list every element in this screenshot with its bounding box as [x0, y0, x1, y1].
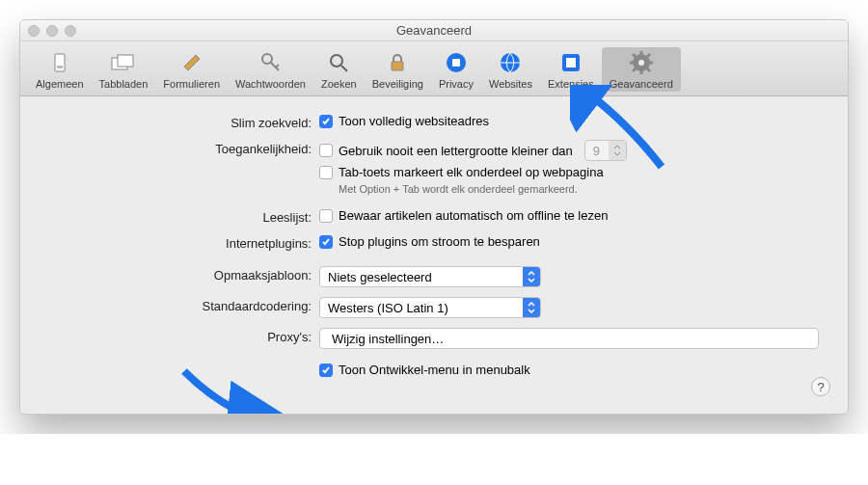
svg-line-8 — [341, 66, 347, 71]
checkbox-icon — [319, 144, 333, 157]
privacy-icon — [443, 49, 470, 76]
checkbox-gebruik-nooit[interactable]: Gebruik nooit een lettergrootte kleiner … — [319, 144, 573, 158]
checkbox-icon — [319, 235, 333, 249]
chevron-updown-icon — [609, 141, 626, 160]
content-pane: Slim zoekveld: Toon volledig websiteadre… — [20, 96, 848, 414]
svg-line-6 — [276, 65, 279, 67]
traffic-lights — [28, 25, 76, 37]
label-opmaaksjabloon: Opmaaksjabloon: — [49, 266, 319, 283]
svg-rect-9 — [392, 62, 403, 70]
svg-rect-3 — [118, 55, 133, 67]
select-standaardcodering[interactable]: Westers (ISO Latin 1) — [319, 297, 541, 318]
label-toegankelijkheid: Toegankelijkheid: — [49, 140, 319, 156]
hint-tab-toets: Met Option + Tab wordt elk onderdeel gem… — [319, 183, 819, 195]
toolbar-item-wachtwoorden[interactable]: Wachtwoorden — [228, 47, 313, 92]
checkbox-stop-plugins[interactable]: Stop plugins om stroom te besparen — [319, 234, 819, 249]
select-fontsize[interactable]: 9 — [584, 140, 627, 161]
toolbar-item-formulieren[interactable]: Formulieren — [155, 47, 228, 92]
close-icon[interactable] — [28, 25, 40, 37]
checkbox-tab-toets[interactable]: Tab-toets markeert elk onderdeel op webp… — [319, 165, 819, 179]
label-standaardcodering: Standaardcodering: — [49, 297, 319, 313]
gear-icon — [628, 49, 655, 76]
preferences-toolbar: Algemeen Tabbladen Formulieren Wachtwoor… — [20, 41, 848, 96]
toolbar-item-websites[interactable]: Websites — [481, 47, 540, 92]
label-proxys: Proxy's: — [49, 328, 319, 344]
checkbox-icon — [319, 115, 333, 128]
checkbox-toon-websiteadres[interactable]: Toon volledig websiteadres — [319, 114, 819, 128]
svg-rect-0 — [55, 54, 65, 71]
chevron-updown-icon — [523, 298, 540, 317]
svg-point-7 — [331, 55, 342, 67]
general-icon — [46, 49, 73, 76]
label-leeslijst: Leeslijst: — [49, 208, 319, 225]
toolbar-item-geavanceerd[interactable]: Geavanceerd — [602, 47, 681, 92]
svg-rect-11 — [452, 59, 460, 67]
preferences-window: Geavanceerd Algemeen Tabbladen Formulier… — [19, 19, 849, 415]
chevron-updown-icon — [523, 267, 540, 286]
checkbox-icon — [319, 209, 333, 223]
checkbox-icon — [319, 364, 333, 377]
toolbar-item-extensies[interactable]: Extensies — [540, 47, 602, 92]
key-icon — [258, 49, 285, 76]
window-title: Geavanceerd — [396, 23, 472, 38]
toolbar-item-privacy[interactable]: Privacy — [431, 47, 481, 92]
search-icon — [325, 49, 352, 76]
checkbox-toon-ontwikkel[interactable]: Toon Ontwikkel-menu in menubalk — [319, 363, 819, 377]
minimize-icon[interactable] — [46, 25, 58, 37]
svg-point-21 — [638, 60, 644, 66]
zoom-icon[interactable] — [65, 25, 76, 37]
checkbox-bewaar-artikelen[interactable]: Bewaar artikelen automatisch om offline … — [319, 208, 819, 223]
select-opmaaksjabloon[interactable]: Niets geselecteerd — [319, 266, 541, 287]
globe-icon — [497, 49, 524, 76]
label-slim-zoekveld: Slim zoekveld: — [49, 114, 319, 130]
checkbox-icon — [319, 166, 333, 179]
extensions-icon — [557, 49, 584, 76]
lock-icon — [384, 49, 411, 76]
toolbar-item-beveiliging[interactable]: Beveiliging — [365, 47, 431, 92]
svg-rect-1 — [57, 66, 63, 68]
toolbar-item-algemeen[interactable]: Algemeen — [28, 47, 92, 92]
help-button[interactable]: ? — [811, 377, 830, 396]
tabs-icon — [110, 49, 137, 76]
toolbar-item-tabbladen[interactable]: Tabbladen — [92, 47, 156, 92]
label-internetplugins: Internetplugins: — [49, 234, 319, 251]
toolbar-item-zoeken[interactable]: Zoeken — [313, 47, 365, 92]
autofill-icon — [178, 49, 205, 76]
titlebar[interactable]: Geavanceerd — [20, 20, 848, 41]
button-wijzig-instellingen[interactable]: Wijzig instellingen… — [319, 328, 819, 349]
